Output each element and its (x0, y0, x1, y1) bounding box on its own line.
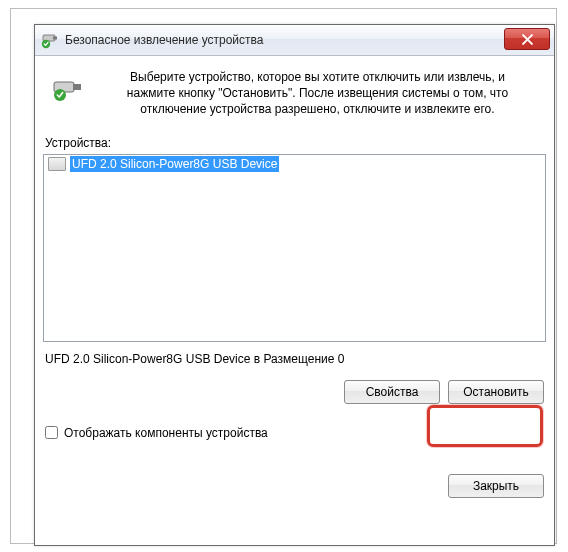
button-row-close: Закрыть (43, 474, 546, 498)
svg-rect-1 (53, 37, 57, 40)
devices-label: Устройства: (43, 128, 546, 154)
device-status-text: UFD 2.0 Silicon-Power8G USB Device в Раз… (43, 342, 546, 380)
usb-device-icon (51, 69, 85, 103)
drive-icon (48, 157, 66, 171)
list-item[interactable]: UFD 2.0 Silicon-Power8G USB Device (44, 155, 545, 173)
window-title: Безопасное извлечение устройства (65, 33, 263, 47)
close-button[interactable] (504, 28, 550, 50)
show-components-row: Отображать компоненты устройства (43, 426, 546, 440)
show-components-label[interactable]: Отображать компоненты устройства (64, 426, 268, 440)
stop-button[interactable]: Остановить (448, 380, 544, 404)
client-area: Выберите устройство, которое вы хотите о… (43, 63, 546, 537)
outer-frame: Безопасное извлечение устройства (10, 8, 557, 544)
instruction-row: Выберите устройство, которое вы хотите о… (43, 63, 546, 128)
titlebar: Безопасное извлечение устройства (35, 25, 554, 56)
svg-rect-4 (73, 84, 81, 90)
safely-remove-hardware-icon (41, 31, 59, 49)
close-dialog-button[interactable]: Закрыть (448, 474, 544, 498)
button-row-main: Свойства Остановить (43, 380, 546, 404)
close-icon (522, 34, 533, 45)
show-components-checkbox[interactable] (45, 426, 58, 439)
properties-button[interactable]: Свойства (344, 380, 440, 404)
list-item-label: UFD 2.0 Silicon-Power8G USB Device (70, 156, 279, 172)
devices-listbox[interactable]: UFD 2.0 Silicon-Power8G USB Device (43, 154, 546, 342)
instruction-text: Выберите устройство, которое вы хотите о… (97, 69, 538, 118)
window-frame: Безопасное извлечение устройства (34, 24, 555, 546)
